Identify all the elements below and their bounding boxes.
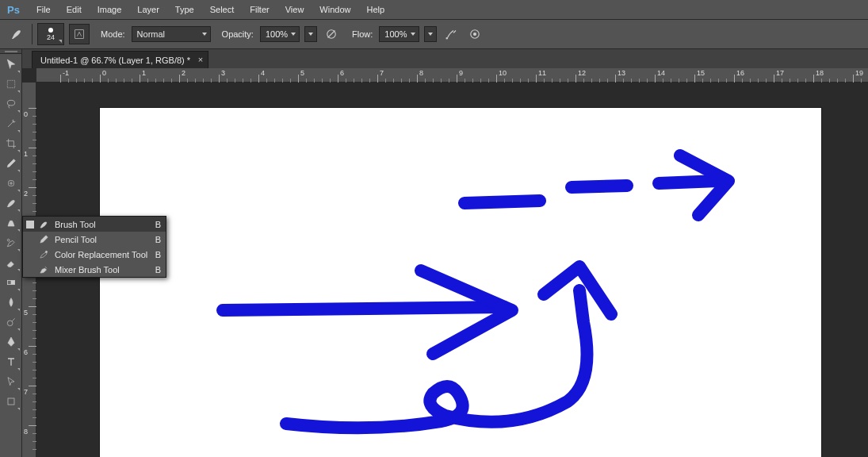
flow-dropdown[interactable] xyxy=(424,26,437,42)
svg-point-4 xyxy=(473,33,476,36)
flyout-item-color-replacement[interactable]: Color Replacement Tool B xyxy=(23,247,166,262)
svg-point-2 xyxy=(446,38,448,40)
document-tab-bar: Untitled-1 @ 66.7% (Layer 1, RGB/8) * × xyxy=(22,49,868,68)
flyout-item-pencil[interactable]: Pencil Tool B xyxy=(23,232,166,247)
flyout-item-mixer-brush[interactable]: Mixer Brush Tool B xyxy=(23,262,166,277)
flyout-item-label: Color Replacement Tool xyxy=(55,250,155,259)
healing-brush-tool[interactable] xyxy=(2,174,21,193)
canvas[interactable] xyxy=(100,108,821,457)
menu-select[interactable]: Select xyxy=(202,5,243,14)
history-brush-tool[interactable] xyxy=(2,233,21,252)
flyout-item-shortcut: B xyxy=(155,235,161,244)
close-icon[interactable]: × xyxy=(198,55,203,64)
options-bar: 24 Mode: Normal Opacity: 100% Flow: 100% xyxy=(0,19,868,49)
flyout-item-label: Pencil Tool xyxy=(55,235,155,244)
document-tab[interactable]: Untitled-1 @ 66.7% (Layer 1, RGB/8) * × xyxy=(32,51,208,68)
pressure-size-icon[interactable] xyxy=(465,25,484,44)
opacity-field[interactable]: 100% xyxy=(260,26,300,42)
brush-tool-flyout: Brush Tool B Pencil Tool B Color Replace… xyxy=(22,216,166,278)
menu-help[interactable]: Help xyxy=(358,5,392,14)
pencil-icon xyxy=(37,233,50,246)
brush-icon xyxy=(37,218,50,231)
magic-wand-tool[interactable] xyxy=(2,114,21,133)
flow-value: 100% xyxy=(384,29,407,39)
opacity-dropdown[interactable] xyxy=(304,26,317,42)
svg-rect-5 xyxy=(7,80,14,87)
svg-point-11 xyxy=(7,321,13,326)
shape-tool[interactable] xyxy=(2,392,21,411)
mixer-brush-icon xyxy=(37,263,50,276)
clone-stamp-tool[interactable] xyxy=(2,213,21,232)
type-tool[interactable] xyxy=(2,352,21,371)
marquee-tool[interactable] xyxy=(2,75,21,94)
pen-tool[interactable] xyxy=(2,332,21,351)
opacity-label: Opacity: xyxy=(222,29,254,39)
brush-size-value: 24 xyxy=(47,33,55,41)
svg-point-6 xyxy=(7,100,14,106)
lasso-tool[interactable] xyxy=(2,94,21,113)
flyout-item-shortcut: B xyxy=(155,250,161,259)
eyedropper-tool[interactable] xyxy=(2,154,21,173)
airbrush-icon[interactable] xyxy=(442,25,461,44)
opacity-value: 100% xyxy=(266,29,288,39)
document-tab-title: Untitled-1 @ 66.7% (Layer 1, RGB/8) * xyxy=(40,56,190,65)
current-tool-icon[interactable] xyxy=(6,24,27,44)
brush-dot-icon xyxy=(48,28,53,33)
flyout-item-shortcut: B xyxy=(155,265,161,275)
flyout-item-label: Mixer Brush Tool xyxy=(55,265,155,275)
menu-edit[interactable]: Edit xyxy=(59,5,90,14)
flyout-item-label: Brush Tool xyxy=(55,220,155,229)
move-tool[interactable] xyxy=(2,55,21,74)
menu-type[interactable]: Type xyxy=(167,5,202,14)
svg-rect-10 xyxy=(7,280,11,284)
horizontal-ruler: -1012345678910111213141516171819 xyxy=(36,68,868,83)
svg-rect-12 xyxy=(8,398,14,405)
menu-image[interactable]: Image xyxy=(90,5,130,14)
menu-view[interactable]: View xyxy=(277,5,312,14)
flow-label: Flow: xyxy=(352,29,373,39)
toolbar-grip[interactable] xyxy=(0,49,21,54)
gradient-tool[interactable] xyxy=(2,273,21,292)
crop-tool[interactable] xyxy=(2,134,21,153)
menu-file[interactable]: File xyxy=(29,5,59,14)
menu-window[interactable]: Window xyxy=(312,5,358,14)
flyout-item-brush[interactable]: Brush Tool B xyxy=(23,217,166,232)
path-selection-tool[interactable] xyxy=(2,372,21,391)
mode-select[interactable]: Normal xyxy=(132,26,211,42)
svg-point-13 xyxy=(45,251,47,252)
eraser-tool[interactable] xyxy=(2,253,21,272)
mode-value: Normal xyxy=(137,29,165,39)
app-logo: Ps xyxy=(5,3,22,16)
svg-point-8 xyxy=(7,239,10,241)
tools-panel xyxy=(0,49,22,457)
brush-tool[interactable] xyxy=(2,194,21,213)
menu-bar: Ps File Edit Image Layer Type Select Fil… xyxy=(0,0,868,19)
menu-filter[interactable]: Filter xyxy=(242,5,277,14)
brush-panel-toggle[interactable] xyxy=(69,24,90,44)
svg-rect-0 xyxy=(75,30,84,39)
menu-layer[interactable]: Layer xyxy=(129,5,167,14)
dodge-tool[interactable] xyxy=(2,313,21,332)
pressure-opacity-icon[interactable] xyxy=(322,25,341,44)
mode-label: Mode: xyxy=(101,29,125,39)
selected-marker-icon xyxy=(26,221,34,228)
flyout-item-shortcut: B xyxy=(155,220,161,229)
blur-tool[interactable] xyxy=(2,293,21,312)
brush-preset-picker[interactable]: 24 xyxy=(37,23,64,45)
flow-field[interactable]: 100% xyxy=(379,26,419,42)
color-replacement-icon xyxy=(37,248,50,261)
